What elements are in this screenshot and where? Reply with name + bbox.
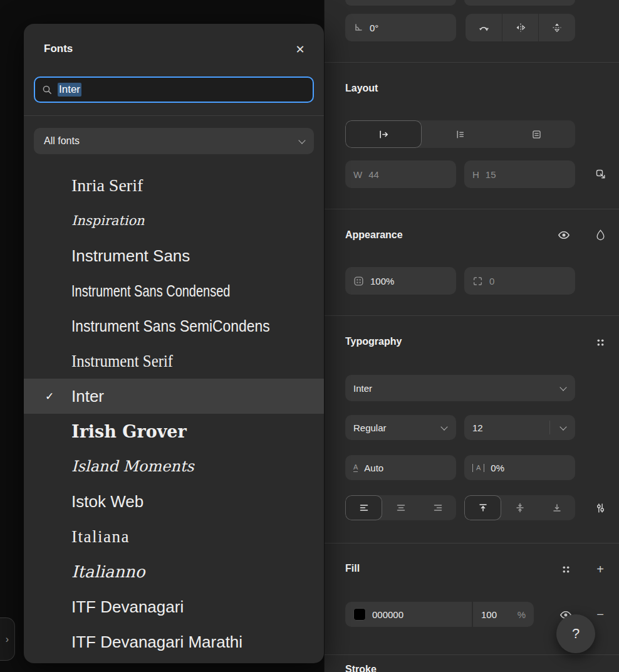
fill-styles-grid-icon[interactable] — [557, 560, 575, 578]
width-value: 44 — [368, 169, 379, 180]
corner-radius-input[interactable]: 0 — [464, 267, 575, 295]
transform-button-group — [466, 14, 575, 41]
line-height-value: Auto — [364, 463, 383, 473]
add-fill-icon[interactable]: + — [591, 560, 609, 578]
font-list-item[interactable]: Inspiration — [24, 203, 324, 238]
font-weight-value: Regular — [353, 423, 387, 433]
rotation-input[interactable]: 0° — [345, 14, 456, 41]
font-list-item[interactable]: Instrument Sans Condensed — [24, 273, 324, 308]
font-filter-value: All fonts — [44, 135, 80, 147]
opacity-checker-icon — [353, 276, 364, 286]
text-options-sliders-icon[interactable] — [591, 499, 609, 517]
fill-heading: Fill — [345, 562, 360, 575]
fill-opacity-value: 100 — [481, 609, 497, 620]
letter-spacing-value: 0% — [491, 463, 504, 473]
chevron-down-icon — [440, 423, 447, 430]
font-list-item[interactable]: Istok Web — [24, 484, 324, 519]
font-name: Instrument Sans SemiCondens — [71, 317, 270, 336]
font-name: Island Moments — [71, 458, 194, 475]
blend-droplet-icon[interactable] — [591, 226, 609, 244]
layout-heading: Layout — [345, 82, 378, 95]
fill-color-input[interactable]: 000000 — [345, 602, 472, 627]
modal-title: Fonts — [44, 43, 73, 55]
flip-vertical-icon[interactable] — [538, 14, 575, 41]
font-name: Instrument Sans Condensed — [71, 282, 230, 300]
font-name: ITF Devanagari — [71, 597, 184, 617]
font-size-input[interactable]: 12 — [464, 415, 575, 440]
app: 0° Layout — [0, 0, 619, 672]
font-list-item[interactable]: Italianno — [24, 554, 324, 589]
font-list-item[interactable]: Instrument Sans — [24, 238, 324, 273]
angle-icon — [353, 23, 363, 33]
font-name: Inter — [71, 387, 104, 406]
font-name: Inspiration — [71, 213, 145, 228]
font-list-item[interactable]: ITF Devanagari — [24, 589, 324, 624]
font-size-value: 12 — [472, 423, 483, 433]
font-list-item-selected[interactable]: ✓ Inter — [24, 379, 324, 414]
align-left-icon[interactable] — [345, 495, 382, 520]
font-name: Irish Grover — [71, 422, 187, 441]
font-list-item[interactable]: Inria Serif — [24, 168, 324, 203]
font-list: Inria Serif Inspiration Instrument Sans … — [24, 168, 324, 659]
align-right-icon[interactable] — [419, 495, 456, 520]
section-divider — [325, 315, 619, 316]
line-height-icon: A — [353, 464, 358, 472]
font-list-item[interactable]: Instrument Serif — [24, 344, 324, 379]
section-divider — [325, 62, 619, 63]
resize-constrain-button[interactable] — [592, 165, 610, 183]
width-input[interactable]: W 44 — [345, 160, 456, 188]
fonts-modal: Fonts ✕ Inter All fonts Inria Serif Insp… — [24, 24, 324, 663]
line-height-input[interactable]: A Auto — [345, 455, 456, 480]
remove-fill-icon[interactable]: − — [591, 606, 609, 623]
font-name: ITF Devanagari Marathi — [71, 633, 242, 652]
valign-top-icon[interactable] — [464, 495, 501, 520]
section-divider — [325, 543, 619, 543]
fill-opacity-input[interactable]: 100 % — [473, 602, 534, 627]
rotation-value: 0° — [370, 23, 378, 33]
clipped-input[interactable] — [345, 0, 456, 6]
clipped-input[interactable] — [464, 0, 575, 6]
letter-spacing-input[interactable]: A 0% — [464, 455, 575, 480]
font-search-input[interactable]: Inter — [34, 76, 314, 103]
font-list-item[interactable]: ITF Devanagari Marathi — [24, 624, 324, 659]
section-divider — [325, 209, 619, 209]
corner-radius-value: 0 — [489, 276, 494, 286]
font-filter-select[interactable]: All fonts — [34, 128, 314, 154]
chevron-down-icon — [559, 423, 566, 430]
valign-middle-icon[interactable] — [501, 495, 538, 520]
letter-spacing-icon: A — [472, 464, 484, 472]
corner-radius-icon — [472, 276, 483, 286]
panel-toggle[interactable]: › — [0, 617, 15, 661]
font-family-value: Inter — [353, 383, 372, 394]
appearance-heading: Appearance — [345, 229, 403, 241]
font-list-item[interactable]: Irish Grover — [24, 414, 324, 449]
chevron-down-icon — [559, 384, 566, 391]
chevron-down-icon — [298, 137, 305, 144]
font-list-item[interactable]: Instrument Sans SemiCondens — [24, 308, 324, 344]
search-value-selected: Inter — [58, 83, 81, 97]
layout-mode-segmented — [345, 120, 575, 148]
field-divider — [549, 421, 550, 434]
fill-hex-value: 000000 — [372, 609, 403, 620]
valign-bottom-icon[interactable] — [538, 495, 575, 520]
close-icon[interactable]: ✕ — [289, 39, 311, 60]
font-name: Instrument Serif — [71, 352, 173, 371]
stroke-heading: Stroke — [345, 663, 377, 672]
font-name: Instrument Sans — [71, 246, 190, 266]
rotate-flip-icon[interactable] — [466, 14, 502, 41]
typography-styles-grid-icon[interactable] — [591, 333, 609, 351]
font-family-select[interactable]: Inter — [345, 375, 575, 401]
align-center-icon[interactable] — [382, 495, 419, 520]
layout-mode-grid-icon[interactable] — [499, 120, 575, 148]
flip-horizontal-icon[interactable] — [502, 14, 539, 41]
fill-color-swatch[interactable] — [353, 608, 366, 621]
opacity-input[interactable]: 100% — [345, 267, 456, 295]
layout-mode-fixed-icon[interactable] — [345, 120, 422, 148]
font-list-item[interactable]: Island Moments — [24, 449, 324, 484]
height-input[interactable]: H 15 — [464, 160, 575, 188]
visibility-eye-icon[interactable] — [555, 226, 573, 244]
font-list-item[interactable]: Italiana — [24, 519, 324, 554]
layout-mode-stack-icon[interactable] — [422, 120, 498, 148]
help-button[interactable]: ? — [556, 614, 595, 653]
font-weight-select[interactable]: Regular — [345, 415, 456, 440]
